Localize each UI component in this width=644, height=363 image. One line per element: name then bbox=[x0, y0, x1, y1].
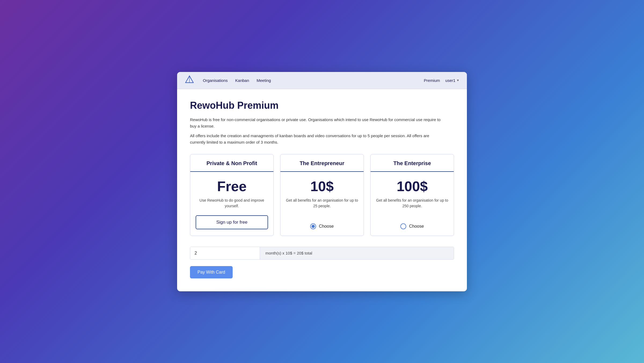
card-entrepreneur-action: Choose bbox=[286, 221, 358, 229]
enterprise-radio-circle[interactable] bbox=[400, 223, 406, 229]
navbar-right: Premium user1 ▼ bbox=[424, 78, 459, 83]
card-private-title: Private & Non Profit bbox=[207, 160, 257, 166]
nav-organisations[interactable]: Organisations bbox=[203, 78, 228, 83]
logo bbox=[185, 75, 194, 86]
card-entrepreneur-desc: Get all benefits for an organisation for… bbox=[286, 198, 358, 209]
card-entrepreneur-header: The Entrepreneur bbox=[280, 154, 364, 172]
card-entrepreneur: The Entrepreneur 10$ Get all benefits fo… bbox=[280, 154, 364, 236]
app-window: Organisations Kanban Meeting Premium use… bbox=[177, 72, 467, 291]
card-private-desc: Use RewoHub to do good and improve yours… bbox=[196, 198, 268, 209]
card-enterprise-body: 100$ Get all benefits for an organisatio… bbox=[371, 172, 454, 236]
description-2: All offers include the creation and mana… bbox=[190, 133, 442, 146]
payment-row: month(s) x 10$ = 20$ total bbox=[190, 247, 454, 260]
enterprise-radio-option[interactable]: Choose bbox=[400, 223, 424, 229]
card-enterprise-desc: Get all benefits for an organisation for… bbox=[376, 198, 448, 209]
card-entrepreneur-body: 10$ Get all benefits for an organisation… bbox=[280, 172, 364, 236]
card-private-action: Sign up for free bbox=[196, 213, 268, 229]
card-enterprise-header: The Enterprise bbox=[371, 154, 454, 172]
card-enterprise-price: 100$ bbox=[397, 179, 428, 193]
pay-with-card-button[interactable]: Pay With Card bbox=[190, 266, 233, 278]
navbar-user-menu[interactable]: user1 ▼ bbox=[445, 78, 459, 83]
card-private-body: Free Use RewoHub to do good and improve … bbox=[190, 172, 273, 236]
card-private: Private & Non Profit Free Use RewoHub to… bbox=[190, 154, 274, 236]
card-private-price: Free bbox=[217, 179, 247, 193]
signup-free-button[interactable]: Sign up for free bbox=[196, 215, 268, 229]
pricing-cards: Private & Non Profit Free Use RewoHub to… bbox=[190, 154, 454, 236]
nav-kanban[interactable]: Kanban bbox=[235, 78, 249, 83]
caret-down-icon: ▼ bbox=[456, 79, 459, 82]
payment-total-text: month(s) x 10$ = 20$ total bbox=[265, 251, 312, 255]
months-input[interactable] bbox=[190, 247, 260, 259]
navbar-links: Organisations Kanban Meeting bbox=[203, 78, 424, 83]
card-private-header: Private & Non Profit bbox=[190, 154, 273, 172]
nav-meeting[interactable]: Meeting bbox=[257, 78, 271, 83]
payment-total: month(s) x 10$ = 20$ total bbox=[260, 247, 454, 259]
navbar-username: user1 bbox=[445, 78, 456, 83]
card-enterprise: The Enterprise 100$ Get all benefits for… bbox=[370, 154, 454, 236]
navbar: Organisations Kanban Meeting Premium use… bbox=[177, 72, 467, 89]
entrepreneur-radio-label: Choose bbox=[319, 224, 334, 229]
entrepreneur-radio-circle[interactable] bbox=[310, 223, 316, 229]
enterprise-radio-label: Choose bbox=[409, 224, 424, 229]
main-content: RewoHub Premium RewoHub is free for non-… bbox=[177, 89, 467, 291]
card-enterprise-action: Choose bbox=[376, 221, 448, 229]
entrepreneur-radio-option[interactable]: Choose bbox=[310, 223, 334, 229]
description-1: RewoHub is free for non-commercial organ… bbox=[190, 117, 442, 129]
navbar-premium-link[interactable]: Premium bbox=[424, 78, 440, 83]
page-title: RewoHub Premium bbox=[190, 100, 454, 111]
card-entrepreneur-title: The Entrepreneur bbox=[300, 160, 345, 166]
card-entrepreneur-price: 10$ bbox=[310, 179, 334, 193]
card-enterprise-title: The Enterprise bbox=[393, 160, 431, 166]
